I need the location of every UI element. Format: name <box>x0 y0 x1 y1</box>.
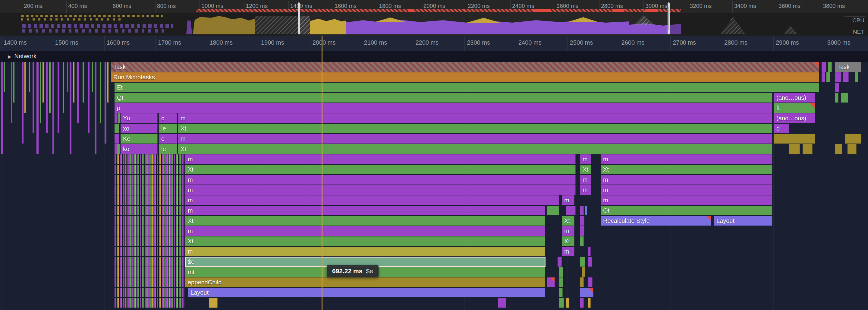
minor-task-column[interactable] <box>4 62 5 92</box>
minor-task-column[interactable] <box>83 62 84 103</box>
minor-calls-texture[interactable] <box>115 277 184 287</box>
minor-task-column[interactable] <box>53 62 54 154</box>
flame-bar-ko[interactable]: ko <box>121 144 158 154</box>
minor-task-column[interactable] <box>49 62 51 113</box>
main-flame-chart[interactable]: TaskTaskRun MicrotasksEtQt(ano…ous)pftYu… <box>0 62 868 310</box>
flame-bar-m[interactable]: m <box>562 195 575 205</box>
flame-bar-xt[interactable]: Xt <box>185 236 545 246</box>
flame-bar-m[interactable]: m <box>185 226 545 236</box>
flame-bar-ft[interactable]: ft <box>774 103 815 113</box>
minor-calls-texture[interactable] <box>115 236 184 246</box>
flame-bar-m[interactable]: m <box>185 154 576 164</box>
minor-calls-texture[interactable] <box>115 267 184 277</box>
flame-bar[interactable] <box>117 144 120 154</box>
minor-calls-texture[interactable] <box>115 216 184 226</box>
minor-task-column[interactable] <box>95 62 96 154</box>
minor-calls-texture[interactable] <box>115 226 184 236</box>
flame-bar[interactable] <box>580 277 584 287</box>
flame-bar[interactable] <box>855 73 858 82</box>
minor-calls-texture[interactable] <box>115 257 184 266</box>
detail-time-ruler[interactable]: 1400 ms1500 ms1600 ms1700 ms1800 ms1900 … <box>0 35 868 51</box>
flame-bar[interactable] <box>588 298 591 308</box>
flame-bar[interactable] <box>585 206 587 215</box>
flame-bar[interactable] <box>566 298 569 308</box>
chevron-right-icon[interactable]: ▶ <box>8 51 11 62</box>
network-track-header[interactable]: ▶Network <box>0 51 868 62</box>
flame-bar[interactable] <box>774 134 815 144</box>
flame-bar[interactable] <box>498 298 506 308</box>
minor-task-column[interactable] <box>42 62 44 103</box>
flame-bar-m[interactable]: m <box>178 134 772 144</box>
flame-bar-m[interactable]: m <box>580 175 591 185</box>
flame-bar[interactable] <box>582 267 585 277</box>
minor-task-column[interactable] <box>22 62 24 144</box>
selection-handle-left[interactable] <box>298 2 300 34</box>
flame-bar[interactable] <box>580 298 584 308</box>
flame-bar-m[interactable]: m <box>580 154 591 164</box>
flame-bar[interactable] <box>835 93 838 103</box>
minor-task-column[interactable] <box>70 62 71 154</box>
flame-bar[interactable] <box>843 73 849 82</box>
minor-calls-texture[interactable] <box>115 247 184 256</box>
flame-bar[interactable] <box>118 113 120 123</box>
minor-task-column[interactable] <box>63 62 64 113</box>
flame-bar-xt[interactable]: Xt <box>601 165 772 174</box>
flame-bar-ano-ous[interactable]: (ano…ous) <box>774 113 815 123</box>
flame-bar[interactable] <box>588 277 592 287</box>
minor-task-column[interactable] <box>77 62 79 123</box>
flame-bar[interactable] <box>580 206 584 215</box>
flame-bar[interactable] <box>841 93 848 103</box>
flame-bar[interactable] <box>847 144 857 154</box>
flame-bar[interactable] <box>115 124 119 133</box>
flame-bar-xt[interactable]: Xt <box>178 124 772 133</box>
minor-task-column[interactable] <box>73 62 74 103</box>
flame-bar-layout[interactable]: Layout <box>188 288 545 297</box>
flame-bar-task[interactable]: Task <box>835 62 861 72</box>
flame-bar[interactable] <box>115 144 117 154</box>
minor-calls-texture[interactable] <box>115 185 184 195</box>
flame-bar[interactable] <box>209 298 218 308</box>
flame-bar-m[interactable]: m <box>562 247 575 256</box>
flame-bar-xt[interactable]: Xt <box>178 144 772 154</box>
flame-bar[interactable] <box>845 134 861 144</box>
flame-bar-run-microtasks[interactable]: Run Microtasks <box>111 73 819 82</box>
flame-bar[interactable] <box>835 144 842 154</box>
flame-bar-ke[interactable]: Ke <box>121 134 158 144</box>
flame-bar-xt[interactable]: Xt <box>580 165 591 174</box>
flame-bar[interactable] <box>803 144 812 154</box>
flame-bar-task[interactable]: Task <box>111 62 819 72</box>
flame-bar-p[interactable]: p <box>115 103 772 113</box>
flame-bar[interactable] <box>588 247 591 256</box>
minor-task-column[interactable] <box>104 62 106 144</box>
minor-task-column[interactable] <box>11 62 12 123</box>
minor-calls-texture[interactable] <box>115 165 184 174</box>
flame-bar[interactable] <box>580 288 593 297</box>
flame-bar-m[interactable]: m <box>580 185 591 195</box>
flame-bar[interactable] <box>580 257 585 266</box>
flame-bar-xt[interactable]: Xt <box>185 216 545 226</box>
flame-bar-recalculate-style[interactable]: Recalculate Style <box>601 216 711 226</box>
flame-bar[interactable] <box>115 113 117 123</box>
flame-bar-m[interactable]: m <box>601 175 772 185</box>
flame-bar-c[interactable]: c <box>159 134 177 144</box>
minor-task-column[interactable] <box>33 62 34 133</box>
flame-bar-le[interactable]: le <box>159 124 177 133</box>
flame-bar-xo[interactable]: xo <box>121 124 158 133</box>
flame-bar[interactable] <box>559 288 563 297</box>
minor-task-column[interactable] <box>29 62 30 92</box>
flame-bar-le[interactable]: le <box>159 144 177 154</box>
minor-calls-texture[interactable] <box>115 288 184 297</box>
minor-task-column[interactable] <box>24 62 26 113</box>
flame-bar[interactable] <box>559 277 563 287</box>
minor-task-column[interactable] <box>88 62 90 133</box>
minor-calls-texture[interactable] <box>115 298 184 308</box>
flame-bar[interactable] <box>835 83 839 92</box>
flame-bar-appendchild[interactable]: appendChild <box>185 277 545 287</box>
minor-task-column[interactable] <box>1 62 3 154</box>
flame-bar[interactable] <box>789 144 800 154</box>
flame-bar[interactable] <box>559 267 563 277</box>
flame-bar-yu[interactable]: Yu <box>121 113 158 123</box>
flame-bar-m[interactable]: m <box>562 226 575 236</box>
flame-bar[interactable] <box>822 73 825 82</box>
flame-bar[interactable] <box>558 257 562 266</box>
